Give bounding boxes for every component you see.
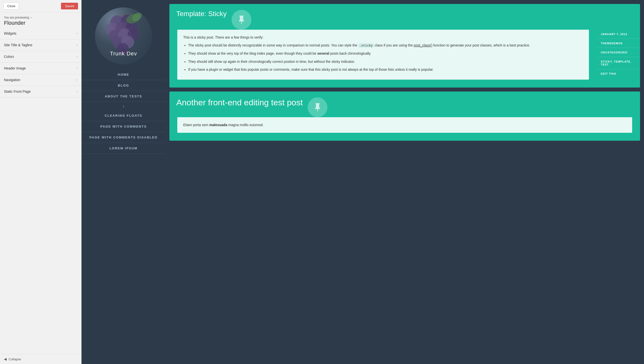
preview-arrow: ›: [30, 16, 32, 19]
post2-title: Another front-end editing test post: [176, 97, 303, 108]
preview-panel: Trunk Dev HOMEBLOGABOUT THE TESTS↓CLEARI…: [82, 0, 644, 364]
menu-item-header-image[interactable]: Header Image›: [0, 63, 82, 74]
menu-item-widgets[interactable]: Widgets›: [0, 28, 82, 39]
code-sticky: .sticky: [358, 43, 374, 48]
preview-info: You are previewing › Flounder: [0, 12, 82, 28]
customizer-panel: Close Saved You are previewing › Flounde…: [0, 0, 82, 364]
preview-content: Trunk Dev HOMEBLOGABOUT THE TESTS↓CLEARI…: [82, 0, 644, 159]
post-body-wrap: This is a sticky post. There are a few t…: [170, 30, 597, 88]
chevron-icon-site-title-tagline: ›: [76, 43, 78, 47]
thumbtack-svg-2: [312, 102, 322, 112]
meta-author[interactable]: THEMEDEMOS: [597, 39, 640, 48]
menu-item-site-title-tagline[interactable]: Site Title & Tagline›: [0, 39, 82, 51]
menu-item-colors[interactable]: Colors›: [0, 51, 82, 63]
menu-label-navigation: Navigation: [4, 78, 20, 82]
post-body: This is a sticky post. There are a few t…: [177, 30, 589, 80]
menu-label-widgets: Widgets: [4, 31, 16, 35]
nav-item-2[interactable]: ABOUT THE TESTS: [82, 91, 166, 102]
post-frontend-edit: Another front-end editing test post Etia…: [170, 91, 640, 140]
site-header: Trunk Dev: [82, 0, 166, 67]
bullet-4: If you have a plugin or widget that list…: [188, 67, 583, 72]
post-header: Template: Sticky: [170, 4, 640, 30]
menu-label-site-title-tagline: Site Title & Tagline: [4, 43, 32, 47]
collapse-label: Collapse: [9, 357, 21, 361]
post-intro: This is a sticky post. There are a few t…: [183, 35, 583, 40]
post-bullets: The sticky post should be distinctly rec…: [183, 43, 583, 72]
post2-header: Another front-end editing test post: [170, 91, 640, 117]
chevron-icon-static-front-page: ›: [76, 90, 78, 93]
close-button[interactable]: Close: [4, 3, 19, 10]
menu-label-colors: Colors: [4, 55, 14, 59]
bold-several: several: [317, 51, 329, 55]
chevron-icon-widgets: ›: [76, 32, 78, 35]
bullet-2: They should show at the very top of the …: [188, 51, 583, 56]
pin-icon-2: [308, 97, 328, 117]
site-name-label: Flounder: [4, 20, 78, 26]
post-sticky: Template: Sticky This is a sticky post. …: [170, 4, 640, 88]
pin-icon: [232, 10, 252, 30]
post2-text: Etiam porta sem malesuada magna mollis e…: [183, 122, 626, 128]
chevron-icon-header-image: ›: [76, 67, 78, 70]
bold-malesuada: malesuada: [210, 123, 227, 127]
site-title: Trunk Dev: [95, 51, 152, 57]
post-inner: This is a sticky post. There are a few t…: [170, 30, 640, 88]
saved-button[interactable]: Saved: [61, 3, 78, 10]
preview-main: Template: Sticky This is a sticky post. …: [166, 0, 644, 159]
menu-item-static-front-page[interactable]: Static Front Page›: [0, 86, 82, 97]
bullet-3: They should still show up again in their…: [188, 59, 583, 64]
chevron-icon-colors: ›: [76, 55, 78, 58]
post2-body-wrap: Etiam porta sem malesuada magna mollis e…: [170, 117, 640, 140]
post-meta: JANUARY 7, 2012 THEMEDEMOS UNCATEGORIZED…: [597, 30, 640, 88]
chevron-icon-navigation: ›: [76, 78, 78, 82]
menu-list: Widgets›Site Title & Tagline›Colors›Head…: [0, 28, 82, 354]
menu-label-static-front-page: Static Front Page: [4, 90, 30, 93]
menu-label-header-image: Header Image: [4, 66, 26, 70]
menu-item-navigation[interactable]: Navigation›: [0, 74, 82, 86]
site-navigation: HOMEBLOGABOUT THE TESTS↓CLEARING FLOATSP…: [82, 69, 166, 154]
site-logo: Trunk Dev: [95, 8, 152, 64]
nav-item-0[interactable]: HOME: [82, 69, 166, 80]
collapse-arrow-icon: ◀: [4, 357, 7, 361]
nav-item-4[interactable]: PAGE WITH COMMENTS: [82, 121, 166, 132]
meta-tags[interactable]: STICKY, TEMPLATE, TEST: [597, 57, 640, 69]
top-bar: Close Saved: [0, 0, 82, 12]
nav-item-3[interactable]: CLEARING FLOATS: [82, 110, 166, 121]
nav-item-6[interactable]: LOREM IPSUM: [82, 143, 166, 154]
meta-date[interactable]: JANUARY 7, 2012: [597, 30, 640, 39]
post-title: Template: Sticky: [176, 10, 227, 18]
nav-item-5[interactable]: PAGE WITH COMMENTS DISABLED: [82, 132, 166, 143]
previewing-label: You are previewing ›: [4, 16, 78, 19]
bullet-1: The sticky post should be distinctly rec…: [188, 43, 583, 48]
thumbtack-svg: [236, 15, 246, 25]
edit-link[interactable]: EDIT THIS: [597, 69, 640, 78]
preview-nav: Trunk Dev HOMEBLOGABOUT THE TESTS↓CLEARI…: [82, 0, 166, 159]
submenu-indicator: ↓: [82, 102, 166, 110]
code-post-class: post_class(): [414, 43, 432, 47]
collapse-bar[interactable]: ◀ Collapse: [0, 354, 82, 364]
post2-body: Etiam porta sem malesuada magna mollis e…: [177, 117, 632, 132]
nav-item-1[interactable]: BLOG: [82, 80, 166, 91]
meta-category[interactable]: UNCATEGORIZED: [597, 48, 640, 57]
